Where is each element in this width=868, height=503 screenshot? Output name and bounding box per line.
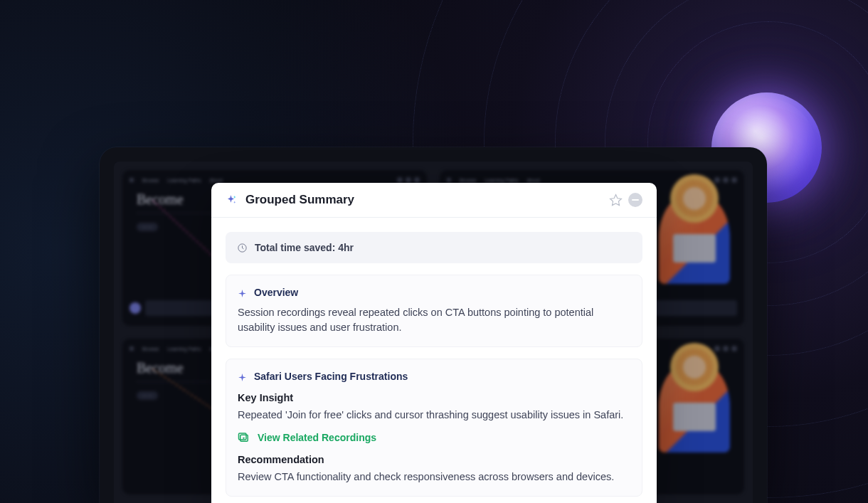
time-saved-card: Total time saved: 4hr: [226, 232, 642, 263]
safari-card: Safari Users Facing Frustrations Key Ins…: [226, 359, 642, 497]
overview-body: Session recordings reveal repeated click…: [238, 305, 630, 335]
key-insight-label: Key Insight: [238, 392, 630, 403]
clock-icon: [237, 243, 248, 253]
diamond-icon: [238, 372, 247, 381]
safari-heading: Safari Users Facing Frustrations: [254, 371, 408, 382]
modal-header: Grouped Summary: [211, 183, 657, 218]
time-saved-text: Total time saved: 4hr: [255, 242, 354, 253]
modal-body: Total time saved: 4hr Overview Session r…: [211, 232, 657, 497]
recommendation-label: Recommendation: [238, 454, 630, 465]
favorite-button[interactable]: [608, 193, 623, 207]
overview-heading: Overview: [254, 287, 298, 298]
diamond-icon: [238, 288, 247, 297]
recordings-icon: [238, 431, 250, 444]
minimize-button[interactable]: [628, 193, 642, 207]
sparkle-icon: [226, 194, 238, 206]
view-recordings-link[interactable]: View Related Recordings: [238, 431, 630, 444]
view-recordings-text: View Related Recordings: [258, 432, 376, 443]
modal-title: Grouped Summary: [245, 193, 608, 207]
overview-card: Overview Session recordings reveal repea…: [226, 275, 642, 347]
grouped-summary-modal: Grouped Summary Total time saved: 4hr Ov…: [211, 183, 657, 503]
recommendation-body: Review CTA functionality and check respo…: [238, 470, 630, 485]
key-insight-body: Repeated 'Join for free' clicks and curs…: [238, 408, 630, 423]
